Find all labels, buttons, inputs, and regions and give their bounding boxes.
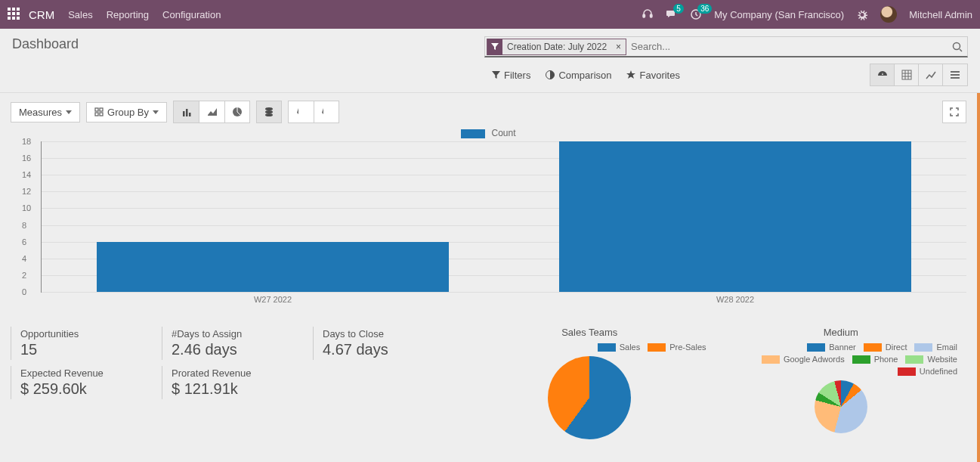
filters-button[interactable]: Filters	[492, 70, 530, 81]
chart-pie-icon[interactable]	[224, 101, 250, 123]
sort-asc-icon[interactable]	[314, 101, 339, 123]
search-box[interactable]: Creation Date: July 2022 ×	[484, 36, 968, 57]
svg-rect-0	[643, 14, 645, 17]
svg-rect-15	[189, 113, 191, 116]
activities-badge: 36	[697, 4, 712, 14]
svg-point-17	[265, 107, 273, 110]
search-input[interactable]	[626, 41, 948, 52]
stack-group	[256, 101, 282, 123]
messages-icon[interactable]: 5	[666, 8, 678, 20]
expand-button[interactable]	[942, 101, 966, 123]
search-icon[interactable]	[948, 42, 967, 52]
nav-sales[interactable]: Sales	[68, 9, 93, 20]
svg-rect-12	[100, 113, 103, 116]
company-selector[interactable]: My Company (San Francisco)	[714, 9, 844, 20]
kpi-opportunities[interactable]: Opportunities15	[11, 327, 162, 360]
favorites-button[interactable]: Favorites	[626, 70, 679, 81]
sort-group	[288, 101, 339, 123]
svg-rect-9	[95, 108, 98, 111]
chart-type-group	[173, 101, 250, 123]
chart-legend: Count	[11, 128, 966, 138]
svg-rect-14	[186, 109, 188, 116]
chart-bar-icon[interactable]	[173, 101, 199, 123]
svg-rect-11	[95, 113, 98, 116]
mini-medium: Medium BannerDirectEmailGoogle AdwordsPh…	[716, 327, 967, 439]
measures-button[interactable]: Measures	[11, 102, 80, 122]
svg-point-3	[954, 42, 960, 49]
svg-rect-6	[951, 71, 960, 73]
stacked-icon[interactable]	[256, 101, 282, 123]
search-facet: Creation Date: July 2022 ×	[487, 39, 626, 55]
caret-down-icon	[153, 110, 159, 114]
messages-badge: 5	[673, 4, 684, 14]
filter-icon	[487, 39, 502, 55]
kpi-prorated-revenue[interactable]: Prorated Revenue$ 121.91k	[162, 366, 313, 399]
view-graph[interactable]	[919, 64, 943, 85]
top-nav: CRM Sales Reporting Configuration 5 36 M…	[0, 0, 980, 29]
svg-rect-10	[100, 108, 103, 111]
svg-point-18	[265, 110, 273, 113]
kpi-row: Opportunities15 Expected Revenue$ 259.60…	[11, 327, 966, 439]
svg-rect-1	[651, 14, 653, 17]
nav-reporting[interactable]: Reporting	[107, 9, 149, 20]
svg-rect-7	[951, 74, 960, 76]
groupby-button[interactable]: Group By	[86, 102, 167, 122]
apps-icon[interactable]	[8, 8, 21, 21]
mini-sales-teams: Sales Teams SalesPre-Sales	[464, 327, 716, 439]
activities-icon[interactable]: 36	[690, 8, 702, 20]
pie-sales-teams	[548, 356, 631, 439]
headset-icon[interactable]	[641, 8, 654, 20]
control-panel: Dashboard Creation Date: July 2022 × Fil…	[0, 29, 980, 93]
svg-rect-8	[951, 77, 960, 79]
kpi-days-assign[interactable]: #Days to Assign2.46 days	[162, 327, 313, 360]
facet-remove[interactable]: ×	[611, 42, 626, 52]
main-chart: Count 024681012141618W27 2022W28 2022	[11, 128, 966, 313]
chart-line-icon[interactable]	[199, 101, 224, 123]
view-dashboard[interactable]	[870, 64, 895, 85]
kpi-expected-revenue[interactable]: Expected Revenue$ 259.60k	[11, 366, 162, 399]
facet-label: Creation Date: July 2022	[502, 42, 611, 52]
nav-configuration[interactable]: Configuration	[162, 9, 221, 20]
avatar[interactable]	[880, 6, 897, 23]
dashboard-body: Measures Group By Count 024681012141618W…	[0, 93, 980, 462]
app-brand[interactable]: CRM	[29, 8, 54, 21]
svg-rect-13	[183, 111, 185, 116]
view-list[interactable]	[943, 64, 967, 85]
user-menu[interactable]: Mitchell Admin	[909, 9, 972, 20]
svg-point-19	[265, 113, 273, 116]
view-switcher	[870, 64, 968, 86]
kpi-days-close[interactable]: Days to Close4.67 days	[313, 327, 464, 360]
caret-down-icon	[66, 110, 72, 114]
pie-medium	[815, 380, 867, 433]
debug-icon[interactable]	[856, 8, 868, 20]
svg-rect-5	[902, 70, 911, 79]
comparison-button[interactable]: Comparison	[546, 70, 611, 81]
page-title: Dashboard	[12, 36, 79, 52]
sort-desc-icon[interactable]	[288, 101, 314, 123]
view-pivot[interactable]	[895, 64, 919, 85]
